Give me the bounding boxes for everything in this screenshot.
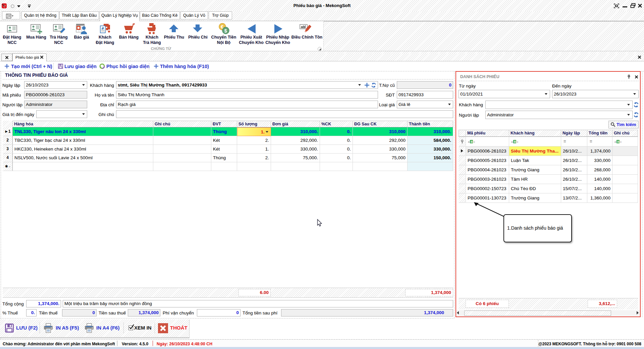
svg-text:a: a: [468, 140, 470, 143]
svg-text:B: B: [617, 140, 619, 143]
svg-text:c: c: [474, 140, 475, 143]
svg-text:ab: ab: [301, 25, 305, 29]
svg-text:c: c: [517, 140, 519, 143]
svg-text:a: a: [614, 140, 616, 143]
svg-text:B: B: [471, 140, 473, 143]
svg-text:c: c: [620, 140, 622, 143]
svg-text:$: $: [224, 28, 227, 34]
svg-text:B: B: [514, 140, 516, 143]
svg-text:a: a: [511, 140, 513, 143]
